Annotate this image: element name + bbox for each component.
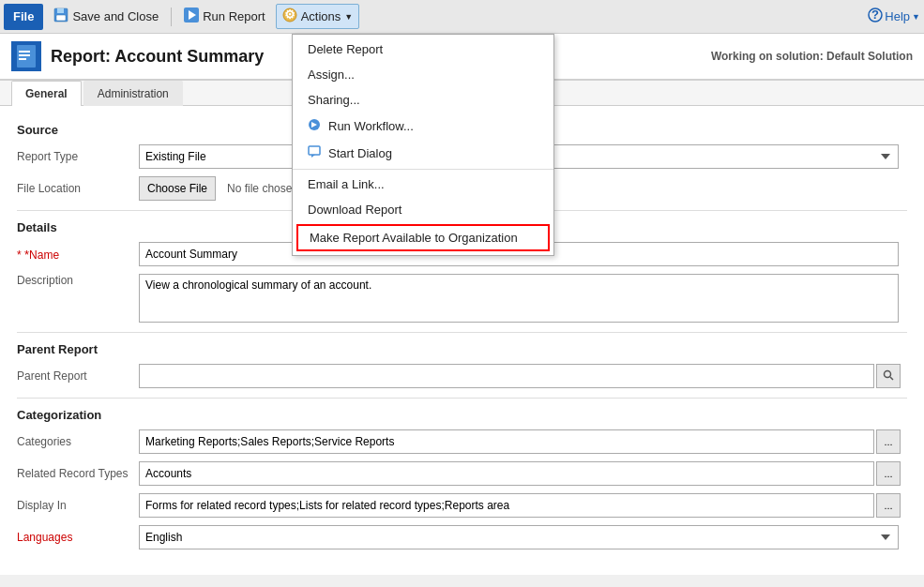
categories-label: Categories [17,435,139,448]
dropdown-item-email-link[interactable]: Email a Link... [293,172,553,197]
display-in-picker-button[interactable]: ... [876,493,901,518]
related-record-types-label: Related Record Types [17,467,139,480]
help-label: Help [885,9,910,23]
save-icon [53,8,68,25]
svg-rect-12 [19,58,26,60]
svg-text:⚙: ⚙ [284,8,295,22]
svg-rect-1 [57,8,64,13]
no-file-label: No file chosen [227,182,298,195]
related-record-types-input[interactable] [139,461,874,486]
run-workflow-icon [308,118,321,134]
actions-chevron-icon: ▼ [344,12,353,22]
save-button[interactable]: Save and Close [47,4,165,29]
header-left: Report: Account Summary [11,41,264,71]
parent-report-label: Parent Report [17,369,139,383]
start-dialog-icon [308,145,321,161]
report-type-label: Report Type [17,150,139,163]
help-button[interactable]: ? Help ▼ [868,8,920,25]
name-label: *Name [17,248,139,262]
working-on-label: Working on solution: Default Solution [711,50,913,63]
email-link-label: Email a Link... [308,177,385,191]
start-dialog-label: Start Dialog [328,146,392,160]
dropdown-separator [293,169,553,170]
divider-2 [17,332,907,333]
parent-report-input[interactable] [139,364,874,388]
run-report-button[interactable]: Run Report [177,4,271,29]
categories-picker-button[interactable]: ... [876,429,901,454]
toolbar: File Save and Close Run Report ⚙ [0,0,924,34]
file-button[interactable]: File [4,4,43,30]
dropdown-item-sharing[interactable]: Sharing... [293,87,553,113]
display-in-label: Display In [17,499,139,512]
dropdown-item-make-available[interactable]: Make Report Available to Organization [296,224,550,251]
help-chevron-icon: ▼ [912,12,920,22]
dropdown-item-delete-report[interactable]: Delete Report [293,37,553,62]
assign-label: Assign... [308,68,355,82]
svg-rect-17 [309,146,320,155]
svg-point-13 [885,370,891,377]
sharing-label: Sharing... [308,93,360,107]
save-close-label: Save and Close [72,9,159,23]
actions-dropdown-menu: Delete Report Assign... Sharing... Run W… [292,34,554,256]
related-record-types-picker-button[interactable]: ... [876,461,901,486]
svg-rect-10 [19,51,30,53]
dropdown-item-start-dialog[interactable]: Start Dialog [293,140,553,167]
dropdown-item-download-report[interactable]: Download Report [293,197,553,222]
parent-report-section-title: Parent Report [17,342,907,356]
run-report-icon [184,8,199,25]
toolbar-separator-1 [171,8,172,26]
dropdown-item-assign[interactable]: Assign... [293,62,553,87]
help-icon: ? [868,8,883,25]
categories-input[interactable] [139,429,874,454]
description-input[interactable]: View a chronological summary of an accou… [139,274,899,323]
parent-report-row: Parent Report [17,364,907,388]
description-row: Description View a chronological summary… [17,274,907,323]
actions-icon: ⚙ [282,8,297,25]
download-report-label: Download Report [308,203,401,217]
delete-report-label: Delete Report [308,42,383,56]
divider-3 [17,398,907,399]
categories-row: Categories ... [17,429,907,454]
dropdown-item-run-workflow[interactable]: Run Workflow... [293,113,553,140]
choose-file-button[interactable]: Choose File [139,176,216,201]
file-location-label: File Location [17,182,139,195]
page-title: Report: Account Summary [51,47,264,67]
tab-administration[interactable]: Administration [83,81,183,106]
svg-rect-11 [19,54,30,56]
search-icon [883,369,894,384]
run-workflow-label: Run Workflow... [328,119,414,133]
run-report-label: Run Report [203,9,265,23]
make-available-label: Make Report Available to Organization [310,231,518,245]
svg-text:?: ? [871,8,879,22]
actions-label: Actions [301,9,341,23]
languages-label: Languages [17,531,139,544]
description-label: Description [17,274,139,287]
related-record-types-row: Related Record Types ... [17,461,907,486]
svg-marker-18 [311,155,315,158]
categorization-section-title: Categorization [17,408,907,422]
display-in-input[interactable] [139,493,874,518]
languages-row: Languages English [17,525,907,549]
parent-report-search-button[interactable] [876,364,901,388]
actions-button[interactable]: ⚙ Actions ▼ [276,4,360,29]
display-in-row: Display In ... [17,493,907,518]
svg-rect-2 [56,15,66,21]
svg-line-14 [890,377,893,380]
tab-general[interactable]: General [11,81,82,106]
report-icon [11,41,41,71]
languages-select[interactable]: English [139,525,899,549]
